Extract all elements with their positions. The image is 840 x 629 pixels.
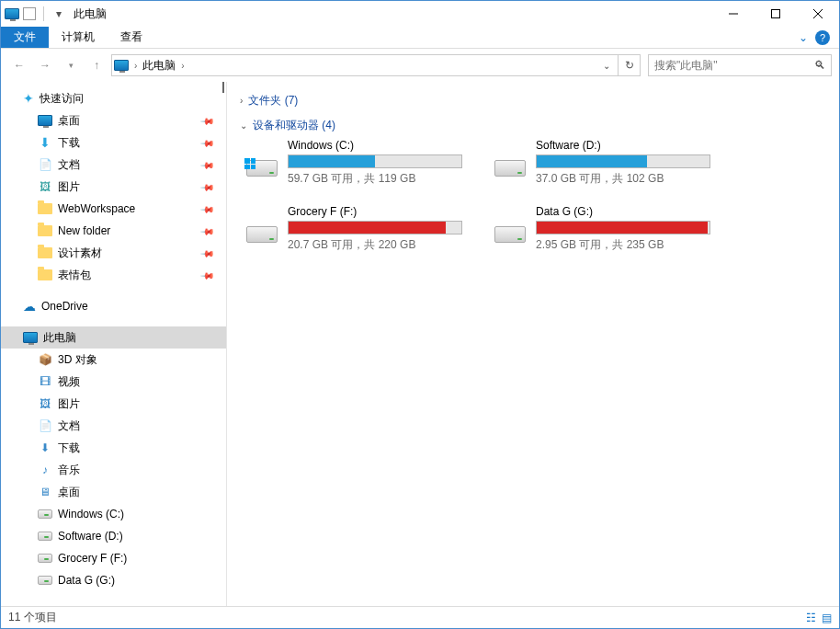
sidebar-item[interactable]: 设计素材📌	[1, 242, 226, 264]
breadcrumb[interactable]: 此电脑	[142, 58, 176, 74]
item-icon	[38, 551, 52, 566]
sidebar-item-label: 文档	[58, 418, 80, 434]
status-bar: 11 个项目 ☷ ▤	[1, 606, 839, 628]
sidebar-item-label: Windows (C:)	[58, 508, 124, 520]
sidebar-label: 此电脑	[43, 330, 76, 346]
chevron-right-icon[interactable]: ›	[181, 61, 184, 71]
sidebar-item[interactable]: 桌面📌	[1, 109, 226, 132]
sidebar-quick-access[interactable]: ✦ 快速访问	[1, 87, 226, 109]
sidebar-item-label: WebWorkspace	[58, 202, 135, 215]
app-icon	[5, 6, 19, 21]
sidebar-item[interactable]: Data G (G:)	[1, 569, 226, 591]
tab-file[interactable]: 文件	[1, 27, 49, 48]
close-button[interactable]	[797, 1, 839, 27]
item-icon	[38, 113, 52, 128]
drive-usage-bar	[288, 221, 462, 234]
ribbon-expand-icon[interactable]: ⌄	[799, 31, 808, 44]
forward-button[interactable]: →	[34, 54, 56, 76]
recent-dropdown[interactable]: ▾	[60, 54, 82, 76]
sidebar-onedrive[interactable]: ☁ OneDrive	[1, 295, 226, 317]
sidebar-item[interactable]: 🖼图片	[1, 393, 226, 415]
pin-icon: 📌	[200, 223, 215, 238]
refresh-button[interactable]: ↻	[619, 54, 641, 76]
sidebar-item-label: 图片	[58, 396, 80, 412]
sidebar-item[interactable]: Windows (C:)	[1, 503, 226, 525]
sidebar-this-pc[interactable]: 此电脑	[1, 326, 226, 349]
address-bar[interactable]: › 此电脑 › ⌄	[111, 54, 619, 76]
item-icon	[38, 268, 52, 282]
svg-rect-1	[772, 10, 780, 18]
sidebar-item-label: Grocery F (F:)	[58, 552, 127, 565]
minimize-button[interactable]	[712, 1, 755, 27]
pin-icon: 📌	[200, 157, 215, 172]
item-icon	[38, 529, 52, 543]
sidebar-label: OneDrive	[41, 300, 88, 313]
sidebar-item-label: Software (D:)	[58, 530, 123, 543]
item-icon	[38, 507, 52, 521]
sidebar-item[interactable]: 🖼图片📌	[1, 176, 226, 198]
tab-computer[interactable]: 计算机	[49, 27, 108, 48]
sidebar-item[interactable]: WebWorkspace📌	[1, 198, 226, 220]
sidebar-label: 快速访问	[40, 91, 84, 107]
sidebar-item[interactable]: ♪音乐	[1, 459, 226, 481]
view-details-icon[interactable]: ☷	[806, 612, 816, 624]
help-icon[interactable]: ?	[815, 30, 830, 45]
drive-item[interactable]: Data G (G:) 2.95 GB 可用，共 235 GB	[494, 205, 714, 253]
sidebar-item[interactable]: ⬇下载	[1, 437, 226, 459]
drive-space-text: 59.7 GB 可用，共 119 GB	[288, 171, 466, 187]
drive-name: Grocery F (F:)	[288, 205, 466, 218]
pin-icon: 📌	[200, 135, 215, 150]
sidebar-item[interactable]: 📦3D 对象	[1, 349, 226, 371]
sidebar-item-label: 桌面	[58, 485, 80, 500]
drive-usage-bar	[536, 154, 710, 168]
sidebar-item[interactable]: 🖥桌面	[1, 481, 226, 503]
sidebar-item[interactable]: 📄文档	[1, 415, 226, 437]
pin-icon: 📌	[200, 179, 215, 194]
group-label: 设备和驱动器 (4)	[253, 118, 335, 133]
sidebar-item[interactable]: Software (D:)	[1, 525, 226, 547]
sidebar-item[interactable]: New folder📌	[1, 220, 226, 242]
address-history-dropdown[interactable]: ⌄	[597, 61, 616, 71]
star-icon: ✦	[23, 91, 34, 106]
item-icon: 📦	[38, 352, 52, 367]
sidebar: ✦ 快速访问 桌面📌⬇下载📌📄文档📌🖼图片📌WebWorkspace📌New f…	[1, 82, 227, 606]
sidebar-item-label: 桌面	[58, 113, 80, 129]
drive-space-text: 2.95 GB 可用，共 235 GB	[536, 237, 714, 253]
search-input[interactable]: 搜索"此电脑" 🔍︎	[648, 54, 832, 76]
drive-item[interactable]: Software (D:) 37.0 GB 可用，共 102 GB	[494, 139, 714, 187]
drive-usage-bar	[288, 154, 462, 168]
view-large-icon[interactable]: ▤	[822, 612, 832, 624]
drive-icon	[494, 218, 527, 251]
drive-item[interactable]: Grocery F (F:) 20.7 GB 可用，共 220 GB	[245, 205, 466, 253]
item-icon	[38, 201, 52, 216]
sidebar-item[interactable]: ⬇下载📌	[1, 132, 226, 154]
qat-properties-icon[interactable]	[23, 7, 36, 20]
group-label: 文件夹 (7)	[248, 93, 298, 109]
drive-item[interactable]: Windows (C:) 59.7 GB 可用，共 119 GB	[245, 139, 466, 187]
item-icon: 📄	[38, 418, 52, 433]
sidebar-item-label: 下载	[58, 440, 80, 456]
search-placeholder: 搜索"此电脑"	[654, 58, 718, 74]
main-pane: › 文件夹 (7) ⌄ 设备和驱动器 (4) Windows (C:) 59.7…	[227, 82, 839, 606]
titlebar: ▾ 此电脑	[1, 1, 839, 27]
chevron-right-icon[interactable]: ›	[134, 61, 137, 71]
drive-icon	[494, 152, 527, 185]
drive-icon	[245, 152, 278, 185]
sidebar-item[interactable]: 🎞视频	[1, 371, 226, 393]
qat-dropdown-icon[interactable]: ▾	[51, 6, 66, 21]
drive-name: Data G (G:)	[536, 205, 714, 218]
item-icon: 📄	[38, 157, 52, 172]
sidebar-item[interactable]: 表情包📌	[1, 264, 226, 286]
pin-icon: 📌	[200, 246, 215, 260]
sidebar-item[interactable]: Grocery F (F:)	[1, 547, 226, 569]
group-drives[interactable]: ⌄ 设备和驱动器 (4)	[240, 118, 826, 133]
maximize-button[interactable]	[755, 1, 797, 27]
up-button[interactable]: ↑	[85, 54, 108, 76]
status-text: 11 个项目	[8, 610, 57, 625]
tab-view[interactable]: 查看	[108, 27, 155, 48]
search-icon[interactable]: 🔍︎	[814, 59, 825, 72]
sidebar-item[interactable]: 📄文档📌	[1, 154, 226, 176]
back-button[interactable]: ←	[8, 54, 30, 76]
sidebar-item-label: Data G (G:)	[58, 574, 115, 587]
group-folders[interactable]: › 文件夹 (7)	[240, 93, 826, 109]
